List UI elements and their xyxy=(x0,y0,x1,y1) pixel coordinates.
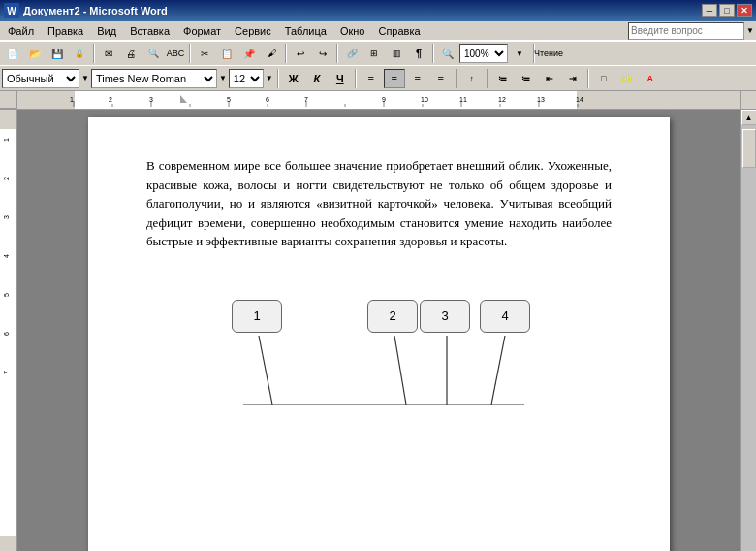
zoom-out-button[interactable]: 🔍 xyxy=(437,43,458,64)
reading-mode-button[interactable]: Чтение xyxy=(538,43,559,64)
email-button[interactable]: ✉ xyxy=(98,43,119,64)
sep4 xyxy=(336,44,338,63)
menu-tools[interactable]: Сервис xyxy=(229,24,277,38)
tables-button[interactable]: ⊞ xyxy=(363,43,385,64)
sep-fmt2 xyxy=(355,69,357,88)
copy-button[interactable]: 📋 xyxy=(216,43,237,64)
svg-text:1: 1 xyxy=(3,138,10,142)
svg-text:2: 2 xyxy=(109,96,112,103)
page: В современном мире все большее значение … xyxy=(88,117,670,551)
ruler-vertical: 1 2 3 4 5 6 7 xyxy=(0,110,17,551)
print-button[interactable]: 🖨 xyxy=(120,43,142,64)
svg-text:2: 2 xyxy=(3,177,10,180)
menu-format[interactable]: Формат xyxy=(177,24,227,38)
svg-text:5: 5 xyxy=(3,293,10,297)
bullets-button[interactable]: ≔ xyxy=(492,69,514,88)
italic-button[interactable]: К xyxy=(306,69,328,88)
sep2 xyxy=(189,44,191,63)
format-painter-button[interactable]: 🖌 xyxy=(261,43,282,64)
font-color-button[interactable]: A xyxy=(640,69,661,88)
ruler-scroll-corner xyxy=(740,91,756,109)
ruler-h-ticks: 3 2 1 5 6 7 9 10 11 12 13 14 xyxy=(17,91,740,109)
style-select[interactable]: Обычный xyxy=(2,69,79,88)
numbering-button[interactable]: ≔ xyxy=(516,69,537,88)
callout-1: 1 xyxy=(232,300,282,333)
svg-text:1: 1 xyxy=(70,96,74,103)
main-toolbar: 📄 📂 💾 🔒 ✉ 🖨 🔍 ABC ✂ 📋 📌 🖌 ↩ ↪ 🔗 ⊞ ▥ ¶ 🔍 … xyxy=(0,41,756,66)
highlight-button[interactable]: ab xyxy=(616,69,638,88)
spellcheck-button[interactable]: ABC xyxy=(165,43,186,64)
permission-button[interactable]: 🔒 xyxy=(69,43,90,64)
scroll-thumb-v[interactable] xyxy=(742,129,756,168)
search-input[interactable] xyxy=(628,22,744,40)
font-select[interactable]: Times New Roman xyxy=(91,69,217,88)
underline-button[interactable]: Ч xyxy=(330,69,351,88)
minimize-button[interactable]: ─ xyxy=(702,4,717,17)
format-bar: Обычный ▼ Times New Roman ▼ 12 ▼ Ж К Ч ≡… xyxy=(0,66,756,91)
show-hide-button[interactable]: ¶ xyxy=(408,43,429,64)
svg-text:6: 6 xyxy=(266,96,269,103)
search-area: ▼ xyxy=(628,22,754,40)
svg-text:12: 12 xyxy=(498,96,506,103)
size-select[interactable]: 12 xyxy=(229,69,264,88)
callout-section: 1 2 3 4 xyxy=(146,290,612,426)
svg-text:9: 9 xyxy=(382,96,386,103)
align-right-button[interactable]: ≡ xyxy=(407,69,428,88)
increase-indent-button[interactable]: ⇥ xyxy=(562,69,583,88)
svg-text:4: 4 xyxy=(3,254,10,258)
decrease-indent-button[interactable]: ⇤ xyxy=(539,69,560,88)
preview-button[interactable]: 🔍 xyxy=(142,43,164,64)
menu-view[interactable]: Вид xyxy=(91,24,122,38)
title-bar-left: W Документ2 - Microsoft Word xyxy=(4,3,168,18)
line-spacing-button[interactable]: ↕ xyxy=(461,69,483,88)
undo-button[interactable]: ↩ xyxy=(290,43,311,64)
menu-insert[interactable]: Вставка xyxy=(124,24,175,38)
title-bar-buttons: ─ □ ✕ xyxy=(702,4,752,17)
svg-text:7: 7 xyxy=(304,96,308,103)
align-center-button[interactable]: ≡ xyxy=(384,69,405,88)
scrollbar-vertical: ▲ ▼ xyxy=(740,110,756,551)
svg-text:3: 3 xyxy=(149,96,153,103)
menu-table[interactable]: Таблица xyxy=(279,24,332,38)
bold-button[interactable]: Ж xyxy=(283,69,304,88)
menu-edit[interactable]: Правка xyxy=(42,24,89,38)
close-button[interactable]: ✕ xyxy=(737,4,752,17)
outside-borders-button[interactable]: □ xyxy=(593,69,614,88)
justify-button[interactable]: ≡ xyxy=(430,69,452,88)
zoom-select[interactable]: 100% xyxy=(459,44,508,63)
size-dropdown-icon[interactable]: ▼ xyxy=(266,74,273,82)
menu-help[interactable]: Справка xyxy=(372,24,425,38)
search-dropdown-icon[interactable]: ▼ xyxy=(746,26,754,35)
content-row: 1 2 3 4 5 6 7 В современном мире все бол… xyxy=(0,110,756,551)
callout-2: 2 xyxy=(367,300,418,333)
columns-button[interactable]: ▥ xyxy=(386,43,407,64)
align-left-button[interactable]: ≡ xyxy=(361,69,382,88)
sep-fmt4 xyxy=(487,69,488,88)
app-icon: W xyxy=(4,3,19,18)
restore-button[interactable]: □ xyxy=(719,4,735,17)
zoom-dropdown-icon[interactable]: ▼ xyxy=(509,43,530,64)
cut-button[interactable]: ✂ xyxy=(194,43,215,64)
svg-line-34 xyxy=(259,336,272,405)
hyperlink-button[interactable]: 🔗 xyxy=(341,43,362,64)
menu-window[interactable]: Окно xyxy=(334,24,371,38)
paste-button[interactable]: 📌 xyxy=(238,43,260,64)
scroll-up-button[interactable]: ▲ xyxy=(741,110,757,125)
menu-file[interactable]: Файл xyxy=(2,24,40,38)
font-dropdown-icon[interactable]: ▼ xyxy=(219,74,227,82)
document-area[interactable]: В современном мире все большее значение … xyxy=(17,110,740,551)
save-button[interactable]: 💾 xyxy=(47,43,68,64)
svg-text:6: 6 xyxy=(3,332,10,336)
redo-button[interactable]: ↪ xyxy=(312,43,333,64)
title-bar: W Документ2 - Microsoft Word ─ □ ✕ xyxy=(0,0,756,21)
open-button[interactable]: 📂 xyxy=(24,43,46,64)
window-title: Документ2 - Microsoft Word xyxy=(23,5,168,16)
svg-text:14: 14 xyxy=(576,96,583,103)
document-text: В современном мире все большее значение … xyxy=(146,156,612,251)
style-dropdown-icon[interactable]: ▼ xyxy=(81,74,89,82)
ruler-corner xyxy=(0,91,17,109)
callout-3: 3 xyxy=(420,300,470,333)
svg-marker-26 xyxy=(180,95,187,103)
svg-line-37 xyxy=(491,336,505,405)
new-button[interactable]: 📄 xyxy=(2,43,23,64)
